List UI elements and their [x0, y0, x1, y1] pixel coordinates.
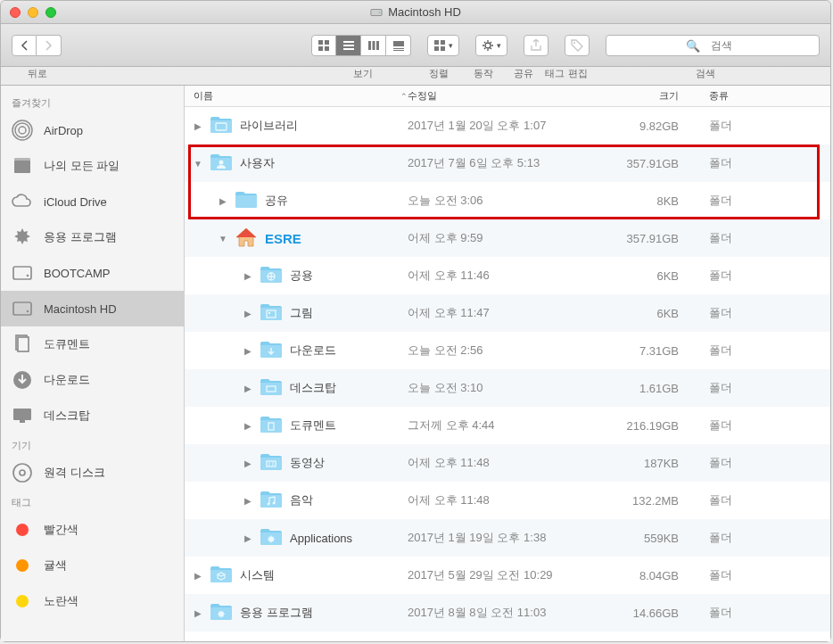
file-row[interactable]: ▼ESRE어제 오후 9:59357.91GB폴더	[185, 219, 830, 257]
file-row[interactable]: ▶라이브러리2017년 1월 20일 오후 1:079.82GB폴더	[185, 107, 830, 144]
col-date-header[interactable]: 수정일	[408, 89, 607, 103]
sidebar-item[interactable]: 빨간색	[1, 512, 184, 548]
file-row[interactable]: ▼사용자2017년 7월 6일 오후 5:13357.91GB폴더	[185, 144, 830, 182]
disclosure-triangle[interactable]: ▶	[243, 271, 252, 281]
disclosure-triangle[interactable]: ▶	[243, 496, 252, 506]
file-kind: 폴더	[705, 193, 830, 209]
file-kind: 폴더	[705, 455, 830, 471]
disclosure-triangle[interactable]: ▶	[243, 421, 252, 431]
sidebar-item[interactable]: BOOTCAMP	[1, 255, 184, 291]
file-row[interactable]: ▶응용 프로그램2017년 8월 8일 오전 11:0314.66GB폴더	[185, 594, 830, 632]
folder-mov-icon	[260, 452, 283, 475]
file-row[interactable]: ▶음악어제 오후 11:48132.2MB폴더	[185, 482, 830, 519]
disclosure-triangle[interactable]: ▶	[243, 346, 252, 356]
file-name: ESRE	[265, 231, 301, 246]
tag-edit-button[interactable]	[565, 35, 590, 56]
forward-button[interactable]	[37, 35, 62, 56]
file-row[interactable]: ▶공용어제 오후 11:466KB폴더	[185, 257, 830, 294]
disclosure-triangle[interactable]: ▶	[243, 533, 252, 543]
svg-rect-13	[393, 48, 404, 49]
search-input[interactable]	[606, 35, 820, 56]
col-kind-header[interactable]: 종류	[705, 89, 830, 103]
svg-rect-12	[393, 41, 404, 46]
file-row[interactable]: ▶그림어제 오후 11:476KB폴더	[185, 294, 830, 332]
share-button[interactable]	[524, 35, 548, 56]
file-size: 9.82GB	[607, 120, 705, 133]
sidebar-item[interactable]: 데스크탑	[1, 398, 184, 433]
file-kind: 폴더	[705, 530, 830, 546]
sidebar-item[interactable]: Macintosh HD	[1, 291, 184, 326]
file-name: 응용 프로그램	[240, 605, 313, 621]
sidebar-item-label: 도큐멘트	[44, 336, 90, 352]
file-row[interactable]: ▶도큐멘트그저께 오후 4:44216.19GB폴더	[185, 407, 830, 444]
sidebar-item[interactable]: iCloud Drive	[1, 184, 184, 219]
file-row[interactable]: ▶시스템2017년 5월 29일 오전 10:298.04GB폴더	[185, 557, 830, 594]
svg-point-45	[268, 502, 270, 505]
view-icon-button[interactable]	[311, 35, 336, 56]
view-list-button[interactable]	[336, 35, 361, 56]
file-row[interactable]: ▶Applications2017년 1월 19일 오후 1:38559KB폴더	[185, 519, 830, 557]
disclosure-triangle[interactable]: ▶	[219, 196, 227, 206]
folder-public-icon	[260, 265, 283, 287]
disc-icon	[10, 460, 35, 485]
view-label: 보기	[309, 67, 416, 80]
disclosure-triangle[interactable]: ▼	[194, 159, 202, 169]
svg-rect-14	[393, 50, 404, 51]
disclosure-triangle[interactable]: ▶	[243, 458, 252, 468]
file-row[interactable]: ▶데스크탑오늘 오전 3:101.61GB폴더	[185, 369, 830, 407]
svg-rect-10	[372, 41, 375, 50]
sidebar-item[interactable]: 나의 모든 파일	[1, 148, 184, 184]
search-field[interactable]: 🔍	[606, 35, 820, 56]
col-name-header[interactable]: 이름⌃	[185, 89, 408, 103]
hd-icon	[370, 6, 383, 19]
sidebar-item[interactable]: 도큐멘트	[1, 326, 184, 362]
file-name: 동영상	[290, 455, 325, 471]
col-size-header[interactable]: 크기	[607, 89, 705, 103]
arrange-button[interactable]: ▾	[427, 35, 459, 56]
sidebar-heading: 즐겨찾기	[1, 91, 184, 112]
sidebar-item[interactable]: 응용 프로그램	[1, 219, 184, 255]
svg-point-36	[20, 470, 25, 475]
file-row[interactable]: ▶동영상어제 오후 11:48187KB폴더	[185, 444, 830, 482]
back-button[interactable]	[12, 35, 37, 56]
file-row[interactable]: ▶다운로드오늘 오전 2:567.31GB폴더	[185, 332, 830, 369]
file-size: 357.91GB	[607, 157, 705, 170]
view-coverflow-button[interactable]	[386, 35, 411, 56]
svg-rect-16	[441, 40, 445, 45]
sidebar-item[interactable]: 노란색	[1, 583, 184, 619]
file-kind: 폴더	[705, 567, 830, 583]
maximize-button[interactable]	[45, 7, 56, 18]
file-size: 7.31GB	[607, 344, 705, 358]
svg-rect-15	[434, 40, 439, 45]
svg-rect-0	[371, 9, 382, 15]
disclosure-triangle[interactable]: ▶	[194, 571, 202, 581]
home-icon	[235, 227, 258, 251]
view-column-button[interactable]	[361, 35, 386, 56]
disclosure-triangle[interactable]: ▶	[194, 608, 202, 618]
file-size: 1.61GB	[607, 382, 705, 395]
disclosure-triangle[interactable]: ▼	[219, 234, 227, 244]
nav-buttons	[12, 35, 62, 56]
file-date: 그저께 오후 4:44	[408, 417, 607, 433]
sidebar-item[interactable]: 다운로드	[1, 362, 184, 398]
svg-point-35	[13, 464, 31, 482]
minimize-button[interactable]	[28, 7, 38, 18]
sidebar-item[interactable]: AirDrop	[1, 112, 184, 148]
sidebar-item[interactable]: 귤색	[1, 548, 184, 583]
file-kind: 폴더	[705, 417, 830, 433]
tag-icon	[10, 517, 35, 542]
sidebar-item[interactable]: 원격 디스크	[1, 455, 184, 491]
file-row[interactable]: ▶공유오늘 오전 3:068KB폴더	[185, 182, 830, 219]
disclosure-triangle[interactable]: ▶	[243, 384, 252, 393]
sidebar-item-label: 데스크탑	[44, 408, 90, 424]
content-area: 이름⌃ 수정일 크기 종류 ▶라이브러리2017년 1월 20일 오후 1:07…	[185, 86, 830, 641]
disclosure-triangle[interactable]: ▶	[194, 121, 202, 131]
sort-indicator-icon: ⌃	[400, 92, 408, 101]
disclosure-triangle[interactable]: ▶	[243, 309, 252, 318]
sidebar-item-label: 노란색	[44, 593, 78, 609]
action-button[interactable]: ▾	[475, 35, 507, 56]
sidebar-item-label: BOOTCAMP	[44, 267, 110, 280]
svg-point-29	[27, 310, 29, 313]
close-button[interactable]	[10, 7, 21, 18]
sidebar-item-label: 귤색	[44, 557, 67, 574]
